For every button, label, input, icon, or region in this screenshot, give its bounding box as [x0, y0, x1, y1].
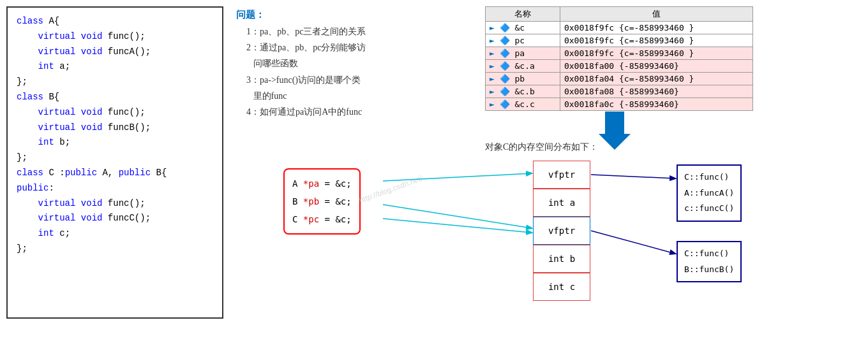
code-line-6: class B{	[17, 90, 213, 105]
code-line-8: virtual void funcB();	[17, 120, 213, 136]
memory-block-intb: int b	[533, 245, 590, 273]
question-1: 1：pa、pb、pc三者之间的关系	[246, 24, 434, 40]
watermark: http://blog.csdn.net/	[358, 174, 424, 205]
debug-row-name: ► 🔷 &c.b	[486, 85, 560, 98]
code-line-4: int a;	[17, 59, 213, 75]
debug-row-value: 0x0018fa00 {-858993460}	[560, 60, 752, 73]
question-3: 3：pa->func()访问的是哪个类 里的func	[246, 72, 434, 104]
debug-row-value: 0x0018f9fc {c=-858993460 }	[560, 22, 752, 34]
debug-row-name: ► 🔷 pb	[486, 73, 560, 85]
down-arrow-big	[599, 112, 631, 150]
arrow-pb-vfptr2	[383, 205, 532, 228]
debug-row-name: ► 🔷 pa	[486, 47, 560, 60]
code-line-14: virtual void funcC();	[17, 211, 213, 226]
debug-row-value: 0x0018fa08 {-858993460}	[560, 85, 752, 98]
debug-row-value: 0x0018f9fc {c=-858993460 }	[560, 47, 752, 60]
vtable1-box: C::func() A::funcA() c::funcC()	[677, 164, 742, 222]
code-line-9: int b;	[17, 135, 213, 150]
question-2: 2：通过pa、pb、pc分别能够访 问哪些函数	[246, 40, 434, 71]
ptr-line-1: A *pa = &c;	[292, 175, 352, 192]
memory-layout-label: 对象C的内存空间分布如下：	[485, 141, 598, 153]
vtable2-box: C::func() B::funcB()	[677, 241, 742, 282]
vtable1-line1: C::func()	[684, 170, 734, 185]
questions-title: 问题：	[236, 6, 434, 24]
memory-block-vfptr1: vfptr	[533, 161, 590, 189]
vtable2-line1: C::func()	[684, 246, 734, 262]
ptr-line-2: B *pb = &c;	[292, 192, 352, 210]
debug-table-row: ► 🔷 &c.b0x0018fa08 {-858993460}	[486, 85, 753, 98]
code-line-15: int c;	[17, 226, 213, 242]
code-line-13: virtual void func();	[17, 196, 213, 212]
debug-table-row: ► 🔷 pb0x0018fa04 {c=-858993460 }	[486, 73, 753, 85]
debug-row-value: 0x0018fa04 {c=-858993460 }	[560, 73, 752, 85]
vtable1-line3: c::funcC()	[684, 201, 734, 217]
arrow-vfptr2-vtable2	[591, 231, 675, 254]
memory-block-intc: int c	[533, 273, 590, 301]
pointer-assignment-box: A *pa = &c; B *pb = &c; C *pc = &c;	[283, 168, 361, 235]
code-line-2: virtual void func();	[17, 29, 213, 45]
debug-row-value: 0x0018f9fc {c=-858993460 }	[560, 34, 752, 47]
question-4: 4：如何通过pa访问A中的func	[246, 104, 434, 120]
arrow-vfptr1-vtable1	[591, 175, 675, 178]
debug-row-name: ► 🔷 pc	[486, 34, 560, 47]
code-panel: class A{ virtual void func(); virtual vo…	[6, 6, 223, 319]
code-line-3: virtual void funcA();	[17, 45, 213, 60]
arrow-pa-vfptr1	[383, 173, 532, 181]
debug-row-name: ► 🔷 &c	[486, 22, 560, 34]
questions-panel: 问题： 1：pa、pb、pc三者之间的关系 2：通过pa、pb、pc分别能够访 …	[236, 6, 434, 120]
code-line-11: class C :public A, public B{	[17, 166, 213, 181]
vtable2-line2: B::funcB()	[684, 262, 734, 278]
debug-table-row: ► 🔷 pc0x0018f9fc {c=-858993460 }	[486, 34, 753, 47]
debug-header-value: 值	[560, 7, 752, 22]
debug-header-name: 名称	[486, 7, 560, 22]
debug-row-value: 0x0018fa0c {-858993460}	[560, 98, 752, 111]
code-line-16: };	[17, 242, 213, 257]
memory-block-vfptr2: vfptr	[533, 217, 590, 245]
debug-row-name: ► 🔷 &c.a	[486, 60, 560, 73]
debug-table-row: ► 🔷 &c.a0x0018fa00 {-858993460}	[486, 60, 753, 73]
vtable1-line2: A::funcA()	[684, 185, 734, 201]
code-line-7: virtual void func();	[17, 105, 213, 120]
code-line-10: };	[17, 150, 213, 166]
debug-table-row: ► 🔷 &c0x0018f9fc {c=-858993460 }	[486, 22, 753, 34]
debug-table-row: ► 🔷 &c.c0x0018fa0c {-858993460}	[486, 98, 753, 111]
memory-block-inta: int a	[533, 189, 590, 217]
debug-table-row: ► 🔷 pa0x0018f9fc {c=-858993460 }	[486, 47, 753, 60]
arrow-pc-vfptr2	[383, 219, 532, 233]
code-line-12: public:	[17, 181, 213, 196]
ptr-line-3: C *pc = &c;	[292, 210, 352, 228]
code-line-5: };	[17, 75, 213, 90]
debug-table: 名称 值 ► 🔷 &c0x0018f9fc {c=-858993460 }► 🔷…	[485, 6, 753, 111]
debug-row-name: ► 🔷 &c.c	[486, 98, 560, 111]
code-line-1: class A{	[17, 14, 213, 29]
